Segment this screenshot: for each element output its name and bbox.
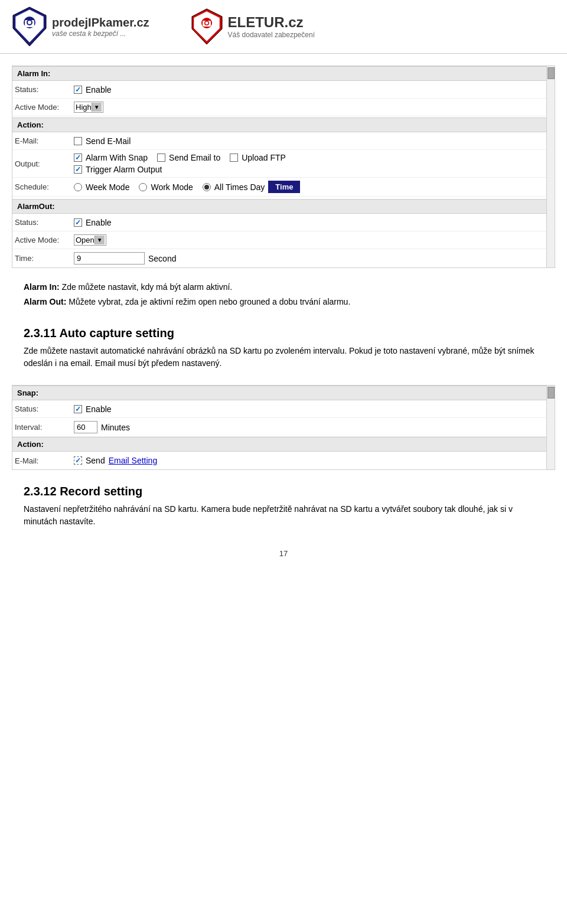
alarm-out-active-mode-label: Active Mode: <box>15 236 74 244</box>
schedule-alltimes-radio[interactable] <box>203 183 211 191</box>
snap-interval-label: Interval: <box>15 423 74 432</box>
snap-status-text: Enable <box>86 404 112 414</box>
output-trigger-checkbox[interactable]: ✓ <box>74 165 82 174</box>
email-label: E-Mail: <box>15 136 74 145</box>
alarm-out-time-unit: Second <box>148 254 176 263</box>
schedule-work-text: Work Mode <box>151 182 193 192</box>
output-send-email-text: Send Email to <box>169 153 220 162</box>
logo-left-sub: vaše cesta k bezpečí ... <box>52 30 149 38</box>
alarm-out-status-checkbox[interactable]: ✓ <box>74 218 82 227</box>
alarm-out-desc: Můžete vybrat, zda je aktivní režim open… <box>66 297 350 306</box>
alarm-in-status-row: Status: ✓ Enable <box>12 81 546 99</box>
section-232-heading: 2.3.12 Record setting <box>12 476 555 503</box>
alarm-in-bold: Alarm In: <box>24 282 60 292</box>
output-alarm-snap-text: Alarm With Snap <box>86 153 148 162</box>
snap-email-label: E-Mail: <box>15 456 74 465</box>
alarm-in-schedule-row: Schedule: Week Mode Work Mode All Times … <box>12 178 546 197</box>
logo-right-brand: ELETUR.cz <box>228 14 315 31</box>
shield-right-icon <box>191 8 223 46</box>
alarm-out-active-mode-row: Active Mode: Open ▼ <box>12 231 546 249</box>
snap-interval-row: Interval: Minutes <box>12 418 546 437</box>
active-mode-select[interactable]: High ▼ <box>74 102 103 113</box>
alarm-in-desc: Zde můžete nastavit, kdy má být alarm ak… <box>60 282 233 292</box>
alarm-out-status-label: Status: <box>15 218 74 227</box>
alarm-out-status-text: Enable <box>86 218 112 227</box>
shield-left-icon <box>12 6 47 47</box>
alarm-out-bold: Alarm Out: <box>24 297 66 306</box>
alarm-in-panel: Alarm In: Status: ✓ Enable Active Mode: … <box>12 66 555 268</box>
logo-right-tagline: Váš dodavatel zabezpečení <box>228 31 315 39</box>
logo-right: ELETUR.cz Váš dodavatel zabezpečení <box>191 8 315 46</box>
alarm-in-active-mode-row: Active Mode: High ▼ <box>12 99 546 116</box>
snap-status-row: Status: ✓ Enable <box>12 400 546 418</box>
snap-status-checkbox[interactable]: ✓ <box>74 405 82 413</box>
snap-interval-input[interactable] <box>74 421 97 433</box>
output-send-email-checkbox[interactable]: ✓ <box>157 154 165 162</box>
schedule-week-text: Week Mode <box>86 182 129 192</box>
section-231-heading: 2.3.11 Auto capture setting <box>12 318 555 345</box>
page-header: prodejIPkamer.cz vaše cesta k bezpečí ..… <box>0 0 567 54</box>
snap-email-checkbox[interactable]: ✓ <box>74 456 82 465</box>
time-button[interactable]: Time <box>268 181 300 193</box>
output-alarm-snap-checkbox[interactable]: ✓ <box>74 154 82 162</box>
active-mode-label: Active Mode: <box>15 103 74 112</box>
alarm-out-time-input[interactable] <box>74 252 145 265</box>
snap-header: Snap: <box>12 386 546 400</box>
page-number: 17 <box>0 543 567 564</box>
scrollbar-track[interactable] <box>546 66 555 267</box>
snap-interval-unit: Minutes <box>101 423 130 432</box>
logo-left: prodejIPkamer.cz vaše cesta k bezpečí ..… <box>12 6 149 47</box>
svg-point-11 <box>205 21 208 24</box>
output-trigger-text: Trigger Alarm Output <box>86 165 162 174</box>
select-arrow-icon: ▼ <box>92 103 102 112</box>
alarm-out-time-row: Time: Second <box>12 249 546 267</box>
snap-send-text: Send <box>86 456 105 465</box>
alarm-in-output-row: Output: ✓ Alarm With Snap ✓ Send Email t… <box>12 150 546 178</box>
output-label: Output: <box>15 159 74 168</box>
alarm-out-active-mode-select[interactable]: Open ▼ <box>74 234 106 246</box>
alarm-out-status-row: Status: ✓ Enable <box>12 214 546 231</box>
status-text: Enable <box>86 85 112 94</box>
alarm-in-email-row: E-Mail: ✓ Send E-Mail <box>12 132 546 150</box>
snap-scrollbar-track[interactable] <box>546 386 555 469</box>
main-content: Alarm In: Status: ✓ Enable Active Mode: … <box>0 54 567 543</box>
schedule-label: Schedule: <box>15 182 74 191</box>
section-231-para: Zde můžete nastavit automatické nahráván… <box>12 345 555 379</box>
schedule-work-radio[interactable] <box>139 183 147 191</box>
email-checkbox[interactable]: ✓ <box>74 137 82 145</box>
output-upload-ftp-text: Upload FTP <box>242 153 286 162</box>
email-text: Send E-Mail <box>86 136 131 146</box>
snap-status-label: Status: <box>15 404 74 413</box>
svg-point-5 <box>28 21 31 24</box>
alarm-out-select-arrow-icon: ▼ <box>94 236 105 244</box>
status-checkbox[interactable]: ✓ <box>74 86 82 94</box>
schedule-alltimes-text: All Times Day <box>214 182 265 192</box>
status-label: Status: <box>15 85 74 94</box>
snap-action-header: Action: <box>12 437 546 452</box>
action-header: Action: <box>12 117 546 132</box>
alarm-in-header: Alarm In: <box>12 66 546 81</box>
alarm-out-time-label: Time: <box>15 254 74 263</box>
scrollbar-thumb[interactable] <box>548 67 555 79</box>
logo-left-brand: prodejIPkamer.cz <box>52 16 149 30</box>
snap-panel: Snap: Status: ✓ Enable Interval: Minutes <box>12 385 555 470</box>
schedule-week-radio[interactable] <box>74 183 82 191</box>
section-232-para: Nastavení nepřetržitého nahrávání na SD … <box>12 503 555 537</box>
output-upload-ftp-checkbox[interactable]: ✓ <box>230 154 238 162</box>
snap-email-row: E-Mail: ✓ Send Email Setting <box>12 452 546 469</box>
snap-scrollbar-thumb[interactable] <box>548 387 555 399</box>
alarm-description: Alarm In: Zde můžete nastavit, kdy má bý… <box>12 274 555 318</box>
snap-email-setting-link[interactable]: Email Setting <box>109 456 157 465</box>
alarm-out-header: AlarmOut: <box>12 199 546 214</box>
